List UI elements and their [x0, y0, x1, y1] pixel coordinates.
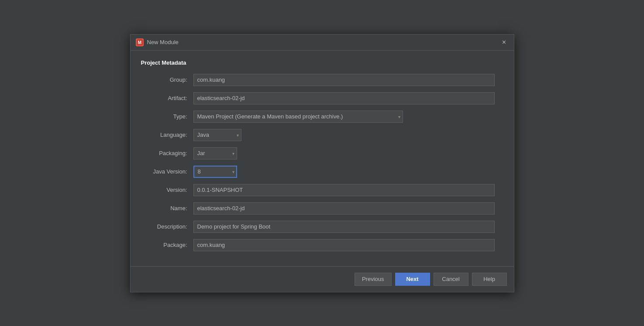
dialog-footer: Previous Next Cancel Help	[131, 266, 514, 292]
dialog-title: New Module	[147, 39, 496, 45]
type-row: Type: Maven Project (Generate a Maven ba…	[141, 111, 503, 123]
java-version-label: Java Version:	[141, 168, 193, 175]
java-version-select-wrapper: 8 11 17 ▾	[193, 166, 237, 178]
packaging-select-wrapper: Jar War ▾	[193, 147, 237, 160]
section-title: Project Metadata	[141, 59, 503, 66]
version-input[interactable]	[193, 184, 495, 196]
cancel-button[interactable]: Cancel	[434, 273, 468, 286]
package-label: Package:	[141, 242, 193, 248]
type-select[interactable]: Maven Project (Generate a Maven based pr…	[193, 111, 403, 123]
package-input[interactable]	[193, 239, 495, 251]
java-version-row: Java Version: 8 11 17 ▾	[141, 166, 503, 178]
language-row: Language: Java Kotlin Groovy ▾	[141, 129, 503, 141]
description-row: Description:	[141, 221, 503, 233]
type-select-wrapper: Maven Project (Generate a Maven based pr…	[193, 111, 403, 123]
artifact-row: Artifact:	[141, 92, 503, 104]
version-label: Version:	[141, 187, 193, 193]
name-label: Name:	[141, 205, 193, 212]
packaging-label: Packaging:	[141, 150, 193, 156]
artifact-label: Artifact:	[141, 95, 193, 101]
name-input[interactable]	[193, 202, 495, 215]
new-module-dialog: M New Module × Project Metadata Group: A…	[130, 34, 514, 292]
description-input[interactable]	[193, 221, 495, 233]
title-bar: M New Module ×	[131, 35, 514, 51]
version-row: Version:	[141, 184, 503, 196]
language-label: Language:	[141, 132, 193, 138]
packaging-select[interactable]: Jar War	[193, 147, 237, 160]
artifact-input[interactable]	[193, 92, 495, 104]
svg-text:M: M	[138, 40, 141, 45]
next-button[interactable]: Next	[395, 273, 430, 286]
help-button[interactable]: Help	[472, 273, 507, 286]
description-label: Description:	[141, 223, 193, 230]
group-label: Group:	[141, 76, 193, 83]
name-row: Name:	[141, 202, 503, 215]
packaging-row: Packaging: Jar War ▾	[141, 147, 503, 160]
group-row: Group:	[141, 74, 503, 86]
group-input[interactable]	[193, 74, 495, 86]
close-button[interactable]: ×	[500, 38, 509, 47]
type-label: Type:	[141, 113, 193, 120]
language-select[interactable]: Java Kotlin Groovy	[193, 129, 241, 141]
language-select-wrapper: Java Kotlin Groovy ▾	[193, 129, 241, 141]
app-icon: M	[136, 38, 144, 46]
java-version-select[interactable]: 8 11 17	[193, 166, 237, 178]
previous-button[interactable]: Previous	[355, 273, 392, 286]
dialog-content: Project Metadata Group: Artifact: Type: …	[131, 51, 514, 266]
package-row: Package:	[141, 239, 503, 251]
